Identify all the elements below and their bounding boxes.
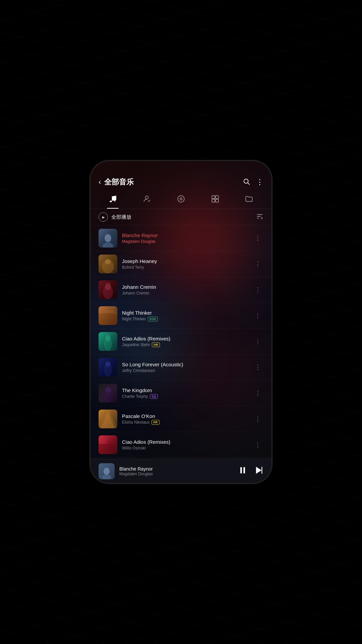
svg-rect-37 bbox=[261, 467, 262, 474]
skip-button[interactable] bbox=[254, 466, 263, 477]
song-artist-row: Willis Osinski bbox=[122, 446, 247, 450]
song-artist-row: Night Thinker DSD bbox=[122, 317, 247, 321]
tab-artists[interactable] bbox=[137, 193, 157, 209]
song-info: So Long Forever (Acoustic) Jeffry Christ… bbox=[122, 362, 247, 373]
header-left: ‹ 全部音乐 bbox=[99, 177, 134, 187]
svg-point-33 bbox=[102, 475, 111, 479]
songs-tab-icon bbox=[109, 195, 117, 205]
pause-button[interactable] bbox=[238, 466, 247, 477]
svg-rect-19 bbox=[99, 313, 117, 325]
more-button[interactable]: ⋮ bbox=[252, 311, 263, 321]
svg-rect-9 bbox=[216, 199, 219, 202]
song-info: Ciao Adios (Remixes) Willis Osinski bbox=[122, 439, 247, 450]
now-playing-info: Blanche Raynor Magdalen Douglas bbox=[119, 466, 233, 476]
svg-point-25 bbox=[105, 361, 111, 367]
svg-point-5 bbox=[180, 198, 182, 200]
svg-point-3 bbox=[145, 196, 148, 199]
song-info: Blanche Raynor Magdalen Douglas bbox=[122, 232, 247, 244]
song-artist: Willis Osinski bbox=[122, 446, 146, 450]
now-playing-title: Blanche Raynor bbox=[119, 466, 233, 472]
album-art bbox=[99, 332, 117, 351]
more-button[interactable]: ⋮ bbox=[252, 259, 263, 269]
header: ‹ 全部音乐 ⋮ bbox=[90, 176, 272, 191]
phone-frame: ‹ 全部音乐 ⋮ bbox=[90, 161, 272, 483]
album-art bbox=[99, 255, 117, 273]
song-title: Ciao Adios (Remixes) bbox=[122, 336, 247, 341]
svg-rect-35 bbox=[243, 467, 245, 473]
svg-line-1 bbox=[248, 183, 249, 184]
album-art bbox=[99, 384, 117, 402]
more-button[interactable]: ⋮ bbox=[252, 362, 263, 372]
song-title: Night Thinker bbox=[122, 310, 247, 316]
svg-point-13 bbox=[105, 234, 111, 242]
play-all-label: 全部播放 bbox=[111, 214, 131, 220]
tab-albums[interactable] bbox=[171, 193, 191, 209]
svg-point-2 bbox=[114, 200, 115, 201]
album-art bbox=[99, 358, 117, 377]
list-item[interactable]: Ciao Adios (Remixes) Jaqueline Stehr HR … bbox=[90, 329, 272, 355]
more-button[interactable]: ⋮ bbox=[252, 336, 263, 346]
nav-tabs bbox=[90, 191, 272, 209]
song-artist: Jeffry Christiansen bbox=[122, 368, 155, 373]
list-item[interactable]: The Kingdom Charlie Torphy SQ ⋮ bbox=[90, 380, 272, 406]
folders-tab-icon bbox=[245, 195, 253, 205]
tab-songs[interactable] bbox=[103, 193, 123, 209]
list-item[interactable]: So Long Forever (Acoustic) Jeffry Christ… bbox=[90, 355, 272, 380]
song-title: The Kingdom bbox=[122, 387, 247, 393]
song-artist: Buford Terry bbox=[122, 265, 144, 270]
more-button[interactable]: ⋮ bbox=[252, 388, 263, 398]
svg-point-27 bbox=[105, 387, 111, 393]
list-item[interactable]: Joseph Heaney Buford Terry ⋮ bbox=[90, 251, 272, 277]
sort-icon[interactable] bbox=[256, 213, 263, 222]
song-title: Blanche Raynor bbox=[122, 232, 247, 238]
list-item[interactable]: Ciao Adios (Remixes) Willis Osinski ⋮ bbox=[90, 432, 272, 458]
svg-rect-31 bbox=[100, 439, 107, 444]
playlists-tab-icon bbox=[211, 195, 220, 205]
svg-rect-7 bbox=[216, 196, 219, 199]
song-artist: Night Thinker bbox=[122, 317, 146, 321]
song-title: Johann Cremin bbox=[122, 284, 247, 290]
svg-point-4 bbox=[178, 196, 184, 202]
song-list: Blanche Raynor Magdalen Douglas ⋮ bbox=[90, 225, 272, 459]
back-button[interactable]: ‹ bbox=[99, 178, 101, 186]
quality-badge: HR bbox=[152, 342, 160, 347]
song-artist: Johann Cremin bbox=[122, 291, 149, 296]
play-all-left: 全部播放 bbox=[99, 212, 131, 222]
play-all-icon[interactable] bbox=[99, 212, 108, 222]
song-artist-row: Jeffry Christiansen bbox=[122, 368, 247, 373]
song-info: Pascale O'Kon Elisha Nikolaus HR bbox=[122, 413, 247, 425]
more-button[interactable]: ⋮ bbox=[252, 440, 263, 450]
song-artist-row: Jaqueline Stehr HR bbox=[122, 342, 247, 347]
more-button[interactable]: ⋮ bbox=[252, 233, 263, 243]
svg-rect-21 bbox=[101, 310, 115, 313]
quality-badge: SQ bbox=[150, 394, 158, 399]
tab-folders[interactable] bbox=[239, 193, 259, 209]
song-info: Johann Cremin Johann Cremin bbox=[122, 284, 247, 296]
album-art bbox=[99, 306, 117, 325]
list-item[interactable]: Pascale O'Kon Elisha Nikolaus HR ⋮ bbox=[90, 406, 272, 432]
song-artist: Jaqueline Stehr bbox=[122, 342, 150, 347]
album-art bbox=[99, 410, 117, 428]
song-info: Night Thinker Night Thinker DSD bbox=[122, 310, 247, 321]
list-item[interactable]: Blanche Raynor Magdalen Douglas ⋮ bbox=[90, 225, 272, 251]
header-icons: ⋮ bbox=[243, 178, 263, 186]
search-button[interactable] bbox=[243, 178, 250, 186]
svg-point-23 bbox=[105, 335, 111, 341]
album-art bbox=[99, 435, 117, 454]
song-title: Pascale O'Kon bbox=[122, 413, 247, 419]
more-menu-button[interactable]: ⋮ bbox=[256, 178, 263, 186]
artists-tab-icon bbox=[142, 195, 151, 205]
list-item[interactable]: Johann Cremin Johann Cremin ⋮ bbox=[90, 277, 272, 303]
song-artist: Charlie Torphy bbox=[122, 394, 148, 399]
svg-point-18 bbox=[105, 283, 111, 290]
song-title: Joseph Heaney bbox=[122, 258, 247, 264]
more-button[interactable]: ⋮ bbox=[252, 414, 263, 424]
song-artist-row: Elisha Nikolaus HR bbox=[122, 420, 247, 425]
quality-badge: HR bbox=[152, 420, 160, 425]
now-playing-bar[interactable]: Blanche Raynor Magdalen Douglas bbox=[90, 459, 272, 483]
list-item[interactable]: Night Thinker Night Thinker DSD ⋮ bbox=[90, 303, 272, 329]
play-all-bar[interactable]: 全部播放 bbox=[90, 209, 272, 225]
tab-playlists[interactable] bbox=[205, 193, 225, 209]
song-artist-row: Magdalen Douglas bbox=[122, 239, 247, 244]
more-button[interactable]: ⋮ bbox=[252, 285, 263, 295]
